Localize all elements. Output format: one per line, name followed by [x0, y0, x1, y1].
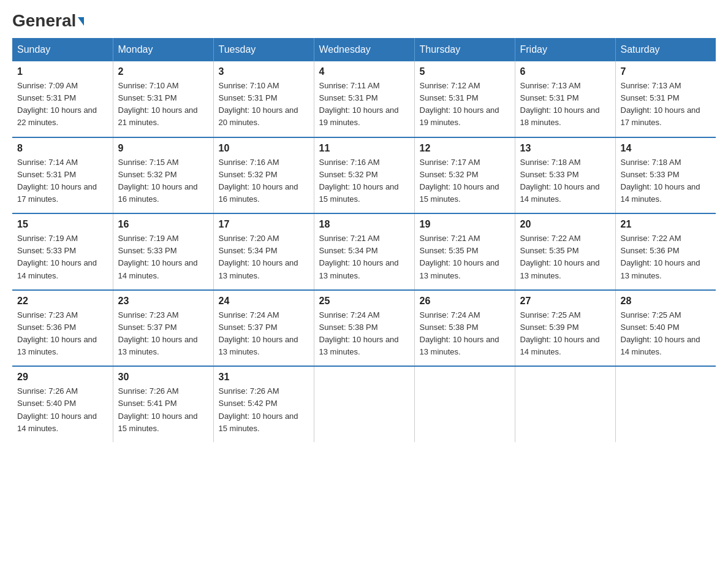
- day-info: Sunrise: 7:13 AMSunset: 5:31 PMDaylight:…: [621, 80, 711, 129]
- day-header-friday: Friday: [515, 38, 615, 61]
- calendar-cell: 3 Sunrise: 7:10 AMSunset: 5:31 PMDayligh…: [213, 61, 314, 137]
- calendar-cell: 29 Sunrise: 7:26 AMSunset: 5:40 PMDaylig…: [12, 366, 113, 442]
- day-info: Sunrise: 7:25 AMSunset: 5:40 PMDaylight:…: [621, 309, 711, 359]
- calendar-cell: 12 Sunrise: 7:17 AMSunset: 5:32 PMDaylig…: [414, 137, 515, 214]
- day-info: Sunrise: 7:26 AMSunset: 5:41 PMDaylight:…: [118, 385, 208, 435]
- day-header-monday: Monday: [113, 38, 213, 61]
- calendar-cell: [314, 366, 414, 442]
- week-row-4: 22 Sunrise: 7:23 AMSunset: 5:36 PMDaylig…: [12, 290, 716, 367]
- day-number: 7: [621, 66, 711, 77]
- logo: General: [12, 12, 84, 28]
- calendar-cell: 16 Sunrise: 7:19 AMSunset: 5:33 PMDaylig…: [113, 213, 213, 290]
- calendar-cell: 20 Sunrise: 7:22 AMSunset: 5:35 PMDaylig…: [515, 213, 615, 290]
- logo-general-text: General: [12, 12, 84, 29]
- day-number: 26: [420, 296, 510, 307]
- day-number: 20: [520, 219, 610, 230]
- day-number: 2: [118, 66, 208, 77]
- calendar-cell: 9 Sunrise: 7:15 AMSunset: 5:32 PMDayligh…: [113, 137, 213, 214]
- day-info: Sunrise: 7:22 AMSunset: 5:35 PMDaylight:…: [520, 232, 610, 282]
- day-info: Sunrise: 7:14 AMSunset: 5:31 PMDaylight:…: [17, 156, 108, 206]
- calendar-cell: 10 Sunrise: 7:16 AMSunset: 5:32 PMDaylig…: [213, 137, 314, 214]
- day-number: 31: [219, 372, 309, 383]
- days-header-row: SundayMondayTuesdayWednesdayThursdayFrid…: [12, 38, 716, 61]
- day-number: 21: [621, 219, 711, 230]
- calendar-cell: 28 Sunrise: 7:25 AMSunset: 5:40 PMDaylig…: [615, 290, 716, 367]
- week-row-5: 29 Sunrise: 7:26 AMSunset: 5:40 PMDaylig…: [12, 366, 716, 442]
- day-info: Sunrise: 7:23 AMSunset: 5:37 PMDaylight:…: [118, 309, 208, 359]
- calendar-cell: 5 Sunrise: 7:12 AMSunset: 5:31 PMDayligh…: [414, 61, 515, 137]
- day-info: Sunrise: 7:24 AMSunset: 5:38 PMDaylight:…: [319, 309, 409, 359]
- day-info: Sunrise: 7:20 AMSunset: 5:34 PMDaylight:…: [219, 232, 309, 282]
- day-info: Sunrise: 7:22 AMSunset: 5:36 PMDaylight:…: [621, 232, 711, 282]
- day-info: Sunrise: 7:21 AMSunset: 5:34 PMDaylight:…: [319, 232, 409, 282]
- day-number: 14: [621, 143, 711, 154]
- day-number: 9: [118, 143, 208, 154]
- day-number: 1: [17, 66, 108, 77]
- day-number: 8: [17, 143, 108, 154]
- calendar-cell: 26 Sunrise: 7:24 AMSunset: 5:38 PMDaylig…: [414, 290, 515, 367]
- calendar-cell: 30 Sunrise: 7:26 AMSunset: 5:41 PMDaylig…: [113, 366, 213, 442]
- calendar-cell: 17 Sunrise: 7:20 AMSunset: 5:34 PMDaylig…: [213, 213, 314, 290]
- day-number: 24: [219, 296, 309, 307]
- calendar-header: SundayMondayTuesdayWednesdayThursdayFrid…: [12, 38, 716, 61]
- day-header-thursday: Thursday: [414, 38, 515, 61]
- calendar-cell: 11 Sunrise: 7:16 AMSunset: 5:32 PMDaylig…: [314, 137, 414, 214]
- day-number: 18: [319, 219, 409, 230]
- day-info: Sunrise: 7:12 AMSunset: 5:31 PMDaylight:…: [420, 80, 510, 129]
- week-row-2: 8 Sunrise: 7:14 AMSunset: 5:31 PMDayligh…: [12, 137, 716, 214]
- day-number: 3: [219, 66, 309, 77]
- calendar-cell: 6 Sunrise: 7:13 AMSunset: 5:31 PMDayligh…: [515, 61, 615, 137]
- day-info: Sunrise: 7:11 AMSunset: 5:31 PMDaylight:…: [319, 80, 409, 129]
- calendar-cell: 23 Sunrise: 7:23 AMSunset: 5:37 PMDaylig…: [113, 290, 213, 367]
- logo-triangle-icon: [78, 17, 84, 26]
- day-info: Sunrise: 7:16 AMSunset: 5:32 PMDaylight:…: [219, 156, 309, 206]
- day-info: Sunrise: 7:23 AMSunset: 5:36 PMDaylight:…: [17, 309, 108, 359]
- day-info: Sunrise: 7:16 AMSunset: 5:32 PMDaylight:…: [319, 156, 409, 206]
- calendar-cell: 1 Sunrise: 7:09 AMSunset: 5:31 PMDayligh…: [12, 61, 113, 137]
- day-info: Sunrise: 7:19 AMSunset: 5:33 PMDaylight:…: [17, 232, 108, 282]
- day-info: Sunrise: 7:18 AMSunset: 5:33 PMDaylight:…: [520, 156, 610, 206]
- calendar-cell: 25 Sunrise: 7:24 AMSunset: 5:38 PMDaylig…: [314, 290, 414, 367]
- day-info: Sunrise: 7:13 AMSunset: 5:31 PMDaylight:…: [520, 80, 610, 129]
- week-row-1: 1 Sunrise: 7:09 AMSunset: 5:31 PMDayligh…: [12, 61, 716, 137]
- day-header-tuesday: Tuesday: [213, 38, 314, 61]
- calendar-cell: [615, 366, 716, 442]
- day-number: 30: [118, 372, 208, 383]
- day-number: 4: [319, 66, 409, 77]
- week-row-3: 15 Sunrise: 7:19 AMSunset: 5:33 PMDaylig…: [12, 213, 716, 290]
- day-info: Sunrise: 7:24 AMSunset: 5:37 PMDaylight:…: [219, 309, 309, 359]
- day-number: 5: [420, 66, 510, 77]
- day-header-wednesday: Wednesday: [314, 38, 414, 61]
- calendar-cell: 8 Sunrise: 7:14 AMSunset: 5:31 PMDayligh…: [12, 137, 113, 214]
- day-number: 16: [118, 219, 208, 230]
- calendar-cell: 31 Sunrise: 7:26 AMSunset: 5:42 PMDaylig…: [213, 366, 314, 442]
- day-info: Sunrise: 7:17 AMSunset: 5:32 PMDaylight:…: [420, 156, 510, 206]
- calendar-cell: 4 Sunrise: 7:11 AMSunset: 5:31 PMDayligh…: [314, 61, 414, 137]
- calendar-cell: 21 Sunrise: 7:22 AMSunset: 5:36 PMDaylig…: [615, 213, 716, 290]
- day-number: 12: [420, 143, 510, 154]
- calendar-cell: 19 Sunrise: 7:21 AMSunset: 5:35 PMDaylig…: [414, 213, 515, 290]
- day-info: Sunrise: 7:15 AMSunset: 5:32 PMDaylight:…: [118, 156, 208, 206]
- calendar-table: SundayMondayTuesdayWednesdayThursdayFrid…: [12, 38, 716, 442]
- day-info: Sunrise: 7:10 AMSunset: 5:31 PMDaylight:…: [118, 80, 208, 129]
- header: General: [12, 12, 716, 28]
- day-number: 25: [319, 296, 409, 307]
- calendar-cell: 13 Sunrise: 7:18 AMSunset: 5:33 PMDaylig…: [515, 137, 615, 214]
- day-info: Sunrise: 7:19 AMSunset: 5:33 PMDaylight:…: [118, 232, 208, 282]
- day-number: 11: [319, 143, 409, 154]
- calendar-cell: 24 Sunrise: 7:24 AMSunset: 5:37 PMDaylig…: [213, 290, 314, 367]
- calendar-cell: [515, 366, 615, 442]
- calendar-cell: 14 Sunrise: 7:18 AMSunset: 5:33 PMDaylig…: [615, 137, 716, 214]
- calendar-body: 1 Sunrise: 7:09 AMSunset: 5:31 PMDayligh…: [12, 61, 716, 442]
- day-number: 10: [219, 143, 309, 154]
- calendar-cell: 2 Sunrise: 7:10 AMSunset: 5:31 PMDayligh…: [113, 61, 213, 137]
- day-number: 13: [520, 143, 610, 154]
- day-info: Sunrise: 7:21 AMSunset: 5:35 PMDaylight:…: [420, 232, 510, 282]
- day-info: Sunrise: 7:24 AMSunset: 5:38 PMDaylight:…: [420, 309, 510, 359]
- day-number: 6: [520, 66, 610, 77]
- day-header-saturday: Saturday: [615, 38, 716, 61]
- day-number: 23: [118, 296, 208, 307]
- day-number: 22: [17, 296, 108, 307]
- calendar-cell: [414, 366, 515, 442]
- calendar-cell: 7 Sunrise: 7:13 AMSunset: 5:31 PMDayligh…: [615, 61, 716, 137]
